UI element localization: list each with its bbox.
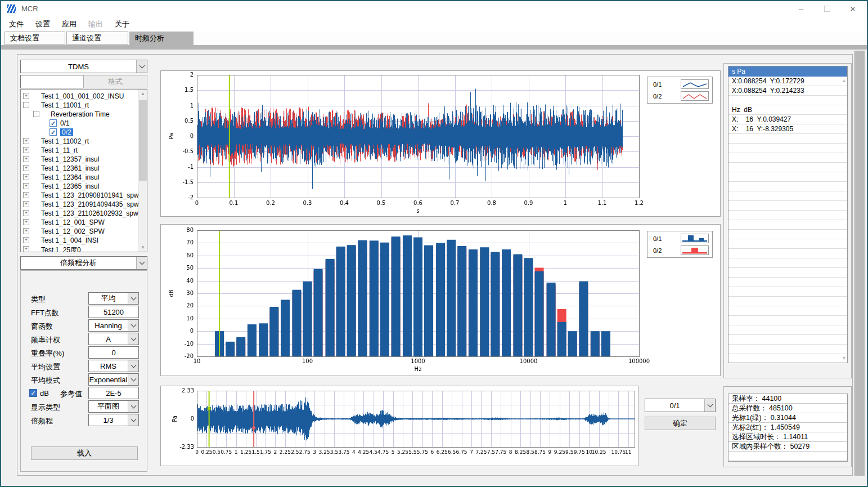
- expand-icon[interactable]: +: [23, 210, 29, 216]
- cursor-list-row[interactable]: [728, 316, 847, 325]
- tree-item[interactable]: +Test 1_11002_rt: [21, 137, 147, 146]
- cursor-list-row[interactable]: [728, 134, 847, 144]
- analysis-select-dropdown-icon[interactable]: [136, 257, 147, 269]
- expand-icon[interactable]: +: [23, 201, 29, 207]
- cursor-list-row[interactable]: X:0.088254 Y:0.172729: [728, 77, 847, 86]
- collapse-icon[interactable]: -: [23, 102, 29, 108]
- tree-item[interactable]: ✓0/2: [21, 128, 147, 137]
- minimize-button[interactable]: –: [788, 0, 814, 17]
- tree-item[interactable]: -Test 1_11001_rt: [21, 101, 147, 110]
- expand-icon[interactable]: +: [23, 93, 29, 99]
- checkbox[interactable]: ✓: [50, 128, 57, 136]
- filter-input[interactable]: [20, 75, 84, 88]
- cursor-list-row[interactable]: [728, 153, 847, 163]
- overview-waveform-chart[interactable]: [161, 386, 638, 466]
- close-button[interactable]: ×: [840, 0, 866, 17]
- tree-item[interactable]: +Test 1_12365_insul: [21, 182, 147, 191]
- cursor-list-row[interactable]: [728, 297, 847, 306]
- param-input[interactable]: 2E-5: [88, 387, 139, 399]
- cursor-list-row[interactable]: X: 16 Y:0.039427: [728, 115, 847, 124]
- cursor-list-row[interactable]: [728, 182, 847, 191]
- tree-item[interactable]: +Test 1_12361_insul: [21, 164, 147, 173]
- expand-icon[interactable]: +: [23, 147, 29, 153]
- dropdown-icon[interactable]: [128, 360, 138, 372]
- cursor-list-row[interactable]: [728, 211, 847, 220]
- menu-item-3[interactable]: 应用: [62, 19, 77, 29]
- tree-item[interactable]: -Reverberation Time: [21, 110, 147, 119]
- param-select[interactable]: 平均: [88, 292, 139, 305]
- cursor-list-row[interactable]: [728, 144, 847, 153]
- cursor-list-row[interactable]: [728, 335, 847, 345]
- param-input[interactable]: 51200: [88, 306, 139, 318]
- tree-item[interactable]: ✓0/1: [21, 119, 147, 128]
- format-select-dropdown-icon[interactable]: [136, 60, 147, 73]
- cursor-list-row[interactable]: [728, 268, 847, 278]
- checkbox[interactable]: ✓: [50, 119, 57, 127]
- cursor-list-row[interactable]: X: 16 Y:-8.329305: [728, 124, 847, 134]
- cursor-list-scroll-down-icon[interactable]: ▼: [842, 355, 847, 361]
- expand-icon[interactable]: +: [23, 156, 29, 162]
- menu-item-4[interactable]: 输出: [88, 19, 103, 29]
- tree-item[interactable]: +Test 1_1_004_INSI: [21, 236, 147, 245]
- dropdown-icon[interactable]: [128, 414, 138, 426]
- maximize-button[interactable]: [814, 0, 840, 17]
- param-select[interactable]: RMS: [88, 360, 139, 372]
- cursor-list-row[interactable]: [728, 201, 847, 211]
- cursor-list-scroll-up-icon[interactable]: ▲: [842, 78, 847, 83]
- param-select[interactable]: A: [88, 333, 139, 345]
- load-button[interactable]: 载入: [31, 446, 138, 460]
- expand-icon[interactable]: +: [23, 219, 29, 225]
- cursor-list-row[interactable]: [728, 220, 847, 230]
- tree-item[interactable]: +Test 1_12_001_SPW: [21, 218, 147, 227]
- confirm-button[interactable]: 确定: [645, 417, 716, 430]
- time-waveform-chart[interactable]: [161, 71, 720, 216]
- expand-icon[interactable]: +: [23, 165, 29, 171]
- cursor-list-row[interactable]: [728, 249, 847, 258]
- cursor-list-row[interactable]: [728, 239, 847, 249]
- expand-icon[interactable]: +: [23, 192, 29, 198]
- tree-item[interactable]: +Test 1_123_211026102932_spw: [21, 209, 147, 218]
- menu-item-5[interactable]: 关于: [115, 19, 129, 29]
- tree-item[interactable]: +Test 1_11_rt: [21, 146, 147, 155]
- menu-item-1[interactable]: 文件: [9, 19, 24, 29]
- expand-icon[interactable]: +: [23, 138, 29, 144]
- channel-select[interactable]: 0/1: [645, 399, 716, 412]
- cursor-list-row[interactable]: [728, 325, 847, 335]
- expand-icon[interactable]: +: [23, 237, 29, 243]
- dropdown-icon[interactable]: [128, 333, 138, 345]
- channel-select-dropdown-icon[interactable]: [704, 399, 715, 412]
- tree-item[interactable]: +Test 1_001_001_002_INSU: [21, 92, 147, 101]
- spectrum-chart[interactable]: [161, 225, 720, 376]
- tree-item[interactable]: +Test 1_25度0: [21, 245, 147, 252]
- menu-item-2[interactable]: 设置: [35, 19, 50, 29]
- cursor-list-row[interactable]: X:0.088254 Y:0.214233: [728, 86, 847, 96]
- cursor-list-row[interactable]: [728, 163, 847, 172]
- tree-item[interactable]: +Test 1_123_210908101941_spw: [21, 191, 147, 200]
- expand-icon[interactable]: +: [23, 228, 29, 234]
- expand-icon[interactable]: +: [23, 183, 29, 189]
- param-input[interactable]: 0: [88, 346, 139, 359]
- cursor-list-row[interactable]: [728, 354, 847, 363]
- cursor-list-row[interactable]: [728, 258, 847, 268]
- tab-2[interactable]: 通道设置: [66, 32, 128, 45]
- expand-icon[interactable]: +: [23, 246, 29, 252]
- collapse-icon[interactable]: -: [33, 111, 39, 117]
- dropdown-icon[interactable]: [128, 401, 138, 412]
- format-select[interactable]: TDMS: [20, 60, 147, 73]
- analysis-select[interactable]: 倍频程分析: [20, 256, 147, 270]
- cursor-list-row[interactable]: [728, 96, 847, 105]
- cursor-list-row[interactable]: [728, 306, 847, 316]
- db-checkbox[interactable]: ✓: [29, 389, 37, 397]
- dropdown-icon[interactable]: [128, 293, 138, 304]
- param-select[interactable]: 平面图: [88, 400, 139, 413]
- dropdown-icon[interactable]: [128, 374, 138, 385]
- tree-item[interactable]: +Test 1_12364_insul: [21, 173, 147, 182]
- cursor-list-row[interactable]: [728, 278, 847, 287]
- param-select[interactable]: Hanning: [88, 319, 139, 332]
- tree-item[interactable]: +Test 1_12357_insul: [21, 155, 147, 164]
- format-button[interactable]: 格式: [83, 75, 147, 88]
- tree-item[interactable]: +Test 1_12_002_SPW: [21, 227, 147, 236]
- cursor-list-row[interactable]: [728, 287, 847, 297]
- tab-1[interactable]: 文档设置: [5, 32, 65, 45]
- cursor-list-row[interactable]: Hz dB: [728, 105, 847, 115]
